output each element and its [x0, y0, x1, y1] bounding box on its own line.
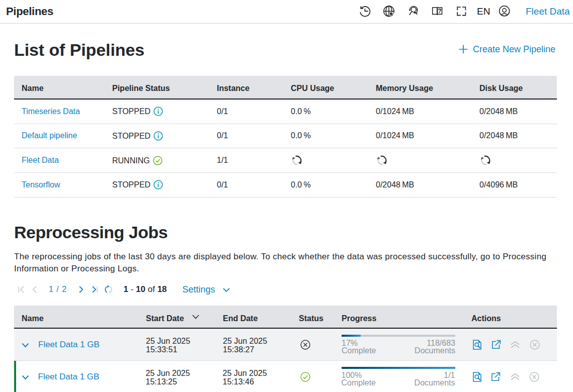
svg-text:?: ? — [438, 8, 441, 15]
